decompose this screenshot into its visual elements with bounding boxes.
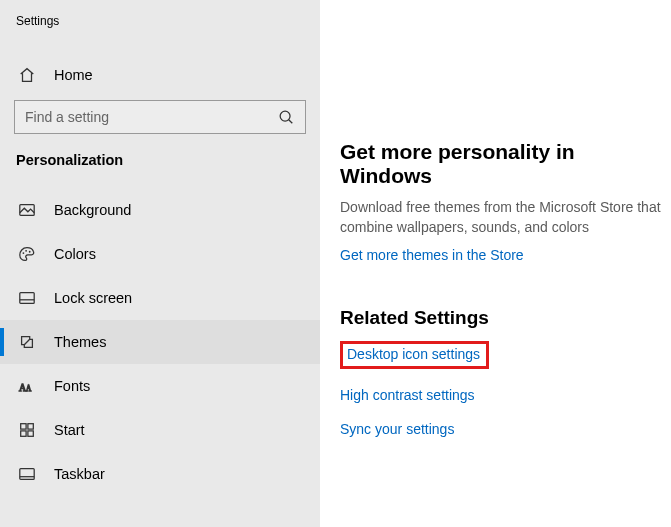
- nav-home[interactable]: Home: [0, 56, 320, 94]
- sidebar-item-taskbar[interactable]: Taskbar: [0, 452, 320, 496]
- svg-rect-11: [21, 424, 26, 429]
- search-container: [14, 100, 306, 134]
- sidebar-item-label: Lock screen: [54, 290, 132, 306]
- taskbar-icon: [18, 465, 36, 483]
- svg-line-1: [289, 120, 293, 124]
- svg-point-3: [23, 252, 25, 254]
- fonts-icon: AA: [18, 377, 36, 395]
- palette-icon: [18, 245, 36, 263]
- store-link[interactable]: Get more themes in the Store: [340, 247, 524, 263]
- sidebar: Settings Home Personalization Background…: [0, 0, 320, 527]
- svg-point-4: [25, 250, 27, 252]
- sidebar-item-themes[interactable]: Themes: [0, 320, 320, 364]
- picture-icon: [18, 201, 36, 219]
- sidebar-item-fonts[interactable]: AA Fonts: [0, 364, 320, 408]
- start-icon: [18, 421, 36, 439]
- main-content: Get more personality in Windows Download…: [320, 0, 671, 527]
- nav-home-label: Home: [54, 67, 93, 83]
- sidebar-item-label: Background: [54, 202, 131, 218]
- svg-rect-14: [28, 431, 33, 436]
- sidebar-item-lockscreen[interactable]: Lock screen: [0, 276, 320, 320]
- related-settings-heading: Related Settings: [340, 307, 671, 329]
- desktop-icon-settings-link[interactable]: Desktop icon settings: [347, 346, 480, 362]
- svg-text:A: A: [26, 385, 32, 393]
- sidebar-section-heading: Personalization: [0, 152, 320, 188]
- svg-line-8: [24, 339, 29, 344]
- lockscreen-icon: [18, 289, 36, 307]
- sidebar-item-label: Taskbar: [54, 466, 105, 482]
- related-link-row: Desktop icon settings: [340, 341, 671, 369]
- home-icon: [18, 66, 36, 84]
- sidebar-item-label: Colors: [54, 246, 96, 262]
- sidebar-item-label: Themes: [54, 334, 106, 350]
- search-input[interactable]: [25, 109, 277, 125]
- sidebar-item-start[interactable]: Start: [0, 408, 320, 452]
- page-heading: Get more personality in Windows: [340, 140, 671, 188]
- high-contrast-settings-link[interactable]: High contrast settings: [340, 387, 475, 403]
- related-link-row: High contrast settings: [340, 387, 671, 403]
- sidebar-item-label: Fonts: [54, 378, 90, 394]
- svg-point-0: [280, 111, 290, 121]
- themes-icon: [18, 333, 36, 351]
- page-subtext: Download free themes from the Microsoft …: [340, 198, 671, 237]
- svg-rect-6: [20, 293, 34, 304]
- highlight-box: Desktop icon settings: [340, 341, 489, 369]
- related-link-row: Sync your settings: [340, 421, 671, 437]
- search-icon: [277, 108, 295, 126]
- svg-rect-15: [20, 469, 34, 480]
- sync-your-settings-link[interactable]: Sync your settings: [340, 421, 454, 437]
- svg-point-5: [29, 251, 31, 253]
- sidebar-item-background[interactable]: Background: [0, 188, 320, 232]
- svg-rect-12: [28, 424, 33, 429]
- window-title: Settings: [0, 14, 320, 28]
- sidebar-item-colors[interactable]: Colors: [0, 232, 320, 276]
- svg-rect-13: [21, 431, 26, 436]
- search-input-wrap[interactable]: [14, 100, 306, 134]
- sidebar-item-label: Start: [54, 422, 85, 438]
